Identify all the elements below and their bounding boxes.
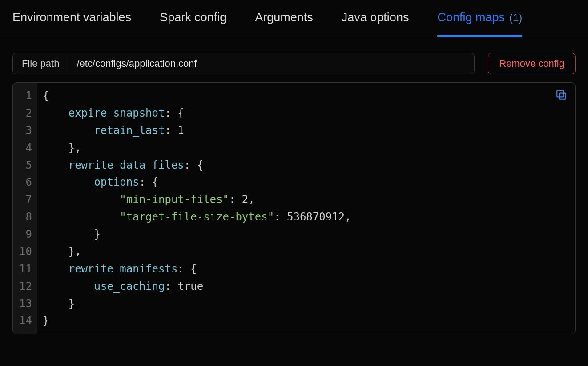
code-content: expire_snapshot: {	[37, 105, 575, 122]
code-content: {	[37, 83, 575, 105]
line-number: 6	[13, 174, 37, 191]
line-number: 14	[13, 312, 37, 334]
code-content: }	[37, 226, 575, 243]
code-content: },	[37, 139, 575, 157]
code-content: use_caching: true	[37, 278, 575, 295]
code-line: 9 }	[13, 226, 575, 243]
code-line: 12 use_caching: true	[13, 278, 575, 295]
code-content: },	[37, 243, 575, 260]
code-content: }	[37, 312, 575, 334]
svg-rect-1	[557, 90, 563, 97]
code-line: 7 "min-input-files": 2,	[13, 191, 575, 208]
line-number: 9	[13, 226, 37, 243]
code-line: 4 },	[13, 139, 575, 157]
code-line: 1{	[13, 83, 575, 105]
tab-config-maps[interactable]: Config maps(1)	[437, 11, 522, 37]
tab-label: Java options	[342, 11, 409, 24]
tab-bar: Environment variablesSpark configArgumen…	[0, 0, 588, 37]
code-line: 13 }	[13, 295, 575, 313]
tab-label: Spark config	[160, 11, 226, 24]
code-table: 1{2 expire_snapshot: {3 retain_last: 14 …	[13, 83, 575, 334]
line-number: 2	[13, 105, 37, 122]
tab-java-options[interactable]: Java options	[342, 11, 409, 37]
code-content: }	[37, 295, 575, 313]
line-number: 12	[13, 278, 37, 295]
copy-icon[interactable]	[556, 89, 567, 101]
code-content: "min-input-files": 2,	[37, 191, 575, 208]
code-content: rewrite_data_files: {	[37, 157, 575, 174]
tab-arguments[interactable]: Arguments	[255, 11, 313, 37]
code-editor[interactable]: 1{2 expire_snapshot: {3 retain_last: 14 …	[12, 82, 576, 334]
tab-badge: (1)	[509, 12, 522, 24]
tab-spark-config[interactable]: Spark config	[160, 11, 226, 37]
line-number: 8	[13, 208, 37, 226]
tab-label: Arguments	[255, 11, 313, 24]
remove-config-button[interactable]: Remove config	[488, 53, 576, 74]
code-content: "target-file-size-bytes": 536870912,	[37, 208, 575, 226]
file-path-input[interactable]	[68, 53, 474, 74]
code-line: 3 retain_last: 1	[13, 122, 575, 139]
line-number: 13	[13, 295, 37, 313]
tab-label: Environment variables	[12, 11, 131, 24]
tab-environment-variables[interactable]: Environment variables	[12, 11, 131, 37]
code-line: 11 rewrite_manifests: {	[13, 260, 575, 278]
file-path-group: File path	[12, 53, 475, 74]
code-content: options: {	[37, 174, 575, 191]
code-content: retain_last: 1	[37, 122, 575, 139]
line-number: 11	[13, 260, 37, 278]
line-number: 10	[13, 243, 37, 260]
code-line: 8 "target-file-size-bytes": 536870912,	[13, 208, 575, 226]
svg-rect-0	[560, 93, 566, 99]
code-line: 6 options: {	[13, 174, 575, 191]
line-number: 1	[13, 83, 37, 105]
tab-label: Config maps	[437, 11, 505, 24]
line-number: 3	[13, 122, 37, 139]
line-number: 4	[13, 139, 37, 157]
code-content: rewrite_manifests: {	[37, 260, 575, 278]
config-controls: File path Remove config	[0, 37, 588, 74]
code-line: 14}	[13, 312, 575, 334]
line-number: 5	[13, 157, 37, 174]
line-number: 7	[13, 191, 37, 208]
code-line: 10 },	[13, 243, 575, 260]
code-line: 2 expire_snapshot: {	[13, 105, 575, 122]
file-path-label: File path	[13, 53, 68, 74]
code-line: 5 rewrite_data_files: {	[13, 157, 575, 174]
